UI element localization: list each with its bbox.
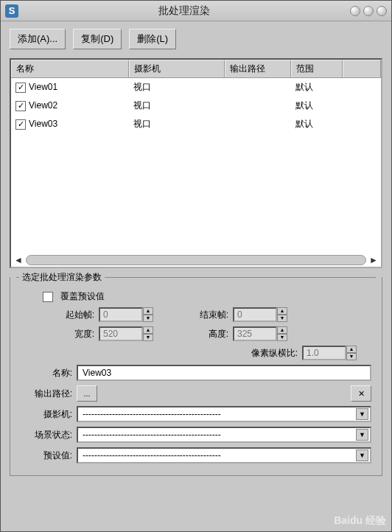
end-frame-spinner[interactable]: ▲▼ — [277, 307, 287, 322]
name-row: 名称: — [21, 365, 371, 381]
override-checkbox[interactable] — [43, 292, 53, 302]
horizontal-scrollbar[interactable] — [26, 255, 366, 265]
add-button[interactable]: 添加(A)... — [10, 29, 66, 49]
scene-state-row: 场景状态: ----------------------------------… — [21, 427, 371, 443]
output-browse-button[interactable]: ... — [77, 385, 97, 402]
row-name: View03 — [29, 119, 57, 129]
table-row[interactable]: View03视口默认 — [11, 115, 381, 133]
list-body: View01视口默认View02视口默认View03视口默认 — [11, 78, 381, 133]
close-button[interactable] — [377, 6, 387, 16]
window-title: 批处理渲染 — [18, 4, 350, 18]
scene-state-label: 场景状态: — [21, 429, 72, 441]
col-name[interactable]: 名称 — [11, 60, 129, 77]
height-label: 高度: — [184, 328, 228, 340]
output-row: 输出路径: ... ✕ — [21, 385, 371, 402]
height-input[interactable]: ▲▼ — [233, 326, 287, 341]
row-checkbox[interactable] — [15, 101, 26, 111]
batch-render-window: S 批处理渲染 添加(A)... 复制(D) 删除(L) 名称 摄影机 输出路径… — [0, 0, 392, 532]
window-controls — [350, 6, 387, 16]
camera-select[interactable]: ----------------------------------------… — [77, 406, 371, 422]
override-label: 覆盖预设值 — [60, 290, 105, 303]
end-frame-label: 结束帧: — [184, 309, 228, 321]
width-spinner[interactable]: ▲▼ — [143, 326, 153, 341]
preset-label: 预设值: — [21, 449, 72, 462]
size-row: 宽度: ▲▼ 高度: ▲▼ — [21, 326, 371, 341]
name-label: 名称: — [21, 367, 72, 379]
aspect-label: 像素纵横比: — [231, 347, 298, 360]
width-label: 宽度: — [50, 328, 94, 340]
row-range: 默认 — [294, 98, 346, 113]
row-ext — [346, 123, 378, 126]
end-frame-input[interactable]: ▲▼ — [233, 307, 287, 322]
titlebar: S 批处理渲染 — [1, 1, 391, 21]
table-row[interactable]: View02视口默认 — [11, 97, 381, 115]
row-range: 默认 — [294, 116, 346, 132]
copy-button[interactable]: 复制(D) — [73, 29, 122, 49]
params-legend: 选定批处理渲染参数 — [16, 271, 376, 284]
toolbar: 添加(A)... 复制(D) 删除(L) — [10, 29, 382, 49]
params-group: 选定批处理渲染参数 覆盖预设值 起始帧: ▲▼ 结束帧: ▲▼ 宽度 — [10, 277, 382, 476]
row-output — [228, 86, 294, 89]
table-row[interactable]: View01视口默认 — [11, 78, 381, 97]
camera-label: 摄影机: — [21, 408, 72, 421]
col-camera[interactable]: 摄影机 — [129, 60, 225, 77]
scene-state-select[interactable]: ----------------------------------------… — [77, 427, 371, 443]
col-range[interactable]: 范围 — [291, 60, 343, 77]
col-output[interactable]: 输出路径 — [225, 60, 291, 77]
app-icon: S — [5, 4, 18, 18]
delete-button[interactable]: 删除(L) — [129, 29, 176, 49]
row-checkbox[interactable] — [15, 83, 26, 93]
row-output — [228, 123, 294, 126]
watermark: Baidu 经验 — [334, 514, 386, 528]
start-frame-spinner[interactable]: ▲▼ — [143, 307, 153, 322]
row-ext — [346, 105, 378, 108]
aspect-spinner[interactable]: ▲▼ — [346, 346, 357, 360]
minimize-button[interactable] — [350, 6, 360, 16]
maximize-button[interactable] — [363, 6, 374, 16]
row-name: View02 — [29, 100, 57, 111]
preset-row: 预设值: -----------------------------------… — [21, 447, 371, 463]
start-frame-label: 起始帧: — [50, 309, 94, 321]
row-range: 默认 — [294, 80, 346, 95]
view-list: 名称 摄影机 输出路径 范围 View01视口默认View02视口默认View0… — [10, 58, 382, 268]
scroll-right-icon[interactable]: ► — [368, 254, 379, 266]
row-camera: 视口 — [132, 80, 228, 95]
row-checkbox[interactable] — [15, 119, 26, 130]
scroll-left-icon[interactable]: ◄ — [13, 254, 24, 266]
start-frame-input[interactable]: ▲▼ — [99, 307, 153, 322]
override-row: 覆盖预设值 — [21, 290, 371, 303]
output-label: 输出路径: — [21, 388, 72, 400]
content-area: 添加(A)... 复制(D) 删除(L) 名称 摄影机 输出路径 范围 View… — [1, 21, 391, 483]
aspect-row: 像素纵横比: ▲▼ — [21, 346, 371, 360]
row-camera: 视口 — [132, 98, 228, 113]
preset-select[interactable]: ----------------------------------------… — [77, 447, 371, 463]
row-output — [228, 105, 294, 108]
name-input[interactable] — [77, 365, 371, 381]
frame-row: 起始帧: ▲▼ 结束帧: ▲▼ — [21, 307, 371, 322]
camera-row: 摄影机: -----------------------------------… — [21, 406, 371, 422]
col-ext[interactable] — [343, 60, 381, 77]
list-header: 名称 摄影机 输出路径 范围 — [11, 60, 381, 78]
output-clear-button[interactable]: ✕ — [351, 385, 371, 402]
aspect-input[interactable]: ▲▼ — [302, 346, 357, 360]
row-ext — [346, 86, 378, 89]
row-camera: 视口 — [132, 116, 228, 132]
row-name: View01 — [29, 82, 57, 92]
width-input[interactable]: ▲▼ — [99, 326, 153, 341]
height-spinner[interactable]: ▲▼ — [277, 326, 287, 341]
